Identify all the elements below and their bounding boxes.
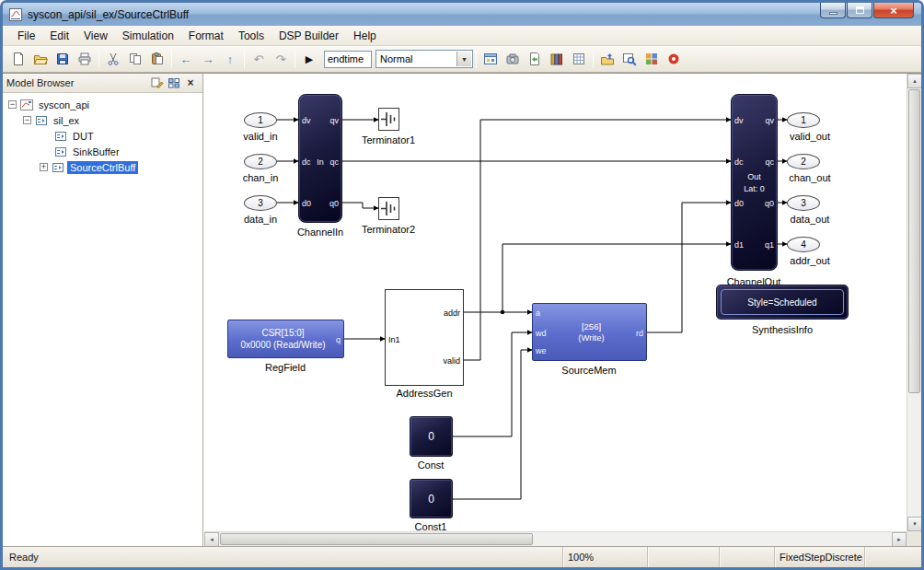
library-browser-button[interactable] — [641, 49, 663, 69]
block-const[interactable]: 0 — [410, 416, 453, 457]
up-to-parent-button[interactable]: ↑ — [219, 49, 241, 69]
const-value: 0 — [428, 493, 434, 506]
block-synthesisinfo[interactable]: Style=Scheduled — [716, 285, 849, 320]
model-browser-close-button[interactable]: × — [182, 76, 199, 91]
sourcemem-line1: [256] — [542, 321, 641, 332]
menu-file[interactable]: File — [10, 27, 42, 45]
latency-text: Lat: 0 — [744, 184, 765, 193]
back-button[interactable]: ← — [175, 49, 197, 69]
browser-block-view-button[interactable] — [166, 76, 182, 91]
snapshot-button[interactable] — [502, 49, 524, 69]
menu-view[interactable]: View — [76, 27, 115, 45]
start-simulation-button[interactable]: ▶ — [298, 49, 320, 69]
port-label-valid: valid — [443, 356, 460, 366]
browser-edit-view-button[interactable] — [149, 76, 166, 91]
scroll-right-button[interactable]: ► — [892, 532, 907, 547]
redo-button[interactable]: ↷ — [270, 49, 292, 69]
inport-1[interactable]: 1 — [244, 112, 277, 128]
build-target-button[interactable] — [568, 49, 590, 69]
update-diagram-button[interactable] — [524, 49, 546, 69]
horizontal-scrollbar[interactable]: ◄ ► — [204, 531, 907, 546]
tree-item-sinkbuffer[interactable]: SinkBuffer — [3, 144, 202, 159]
block-label: Terminator1 — [362, 134, 415, 145]
outport-2[interactable]: 2 — [787, 154, 820, 169]
outport-3[interactable]: 3 — [787, 195, 820, 211]
signal-wire[interactable] — [502, 244, 731, 312]
status-bar: Ready 100% FixedStepDiscrete — [3, 546, 921, 567]
find-in-model-button[interactable] — [618, 49, 641, 69]
cut-button[interactable] — [102, 49, 124, 69]
minimize-button[interactable] — [820, 3, 846, 18]
copy-button[interactable] — [124, 49, 146, 69]
title-bar[interactable]: syscon_api/sil_ex/SourceCtrlBuff × — [3, 3, 921, 26]
subsystem-icon — [52, 162, 64, 173]
magnifier-icon — [622, 52, 637, 66]
new-model-button[interactable] — [7, 49, 29, 69]
diagram-canvas[interactable]: 1 valid_in 2 chan_in 3 data_in dv qv dc … — [204, 74, 907, 531]
tree-item-label: sil_ex — [51, 114, 82, 127]
menu-tools[interactable]: Tools — [231, 27, 271, 45]
parent-system-button[interactable] — [596, 49, 618, 69]
scroll-up-button[interactable]: ▲ — [907, 74, 922, 88]
scroll-down-button[interactable]: ▼ — [907, 517, 922, 531]
debug-button[interactable] — [663, 49, 685, 69]
block-addressgen[interactable]: In1 addr valid — [385, 289, 464, 386]
paste-button[interactable] — [146, 49, 168, 69]
status-segment — [647, 547, 719, 567]
menu-edit[interactable]: Edit — [42, 27, 76, 45]
expand-icon[interactable]: + — [40, 163, 48, 171]
block-label: data_out — [791, 214, 830, 225]
scroll-left-button[interactable]: ◄ — [204, 532, 219, 547]
undo-button[interactable]: ↶ — [248, 49, 270, 69]
close-icon: × — [890, 5, 897, 17]
model-explorer-button[interactable] — [479, 49, 502, 69]
block-label: valid_out — [790, 131, 830, 142]
outport-1[interactable]: 1 — [787, 112, 820, 128]
block-const1[interactable]: 0 — [410, 479, 453, 518]
menu-format[interactable]: Format — [181, 27, 231, 45]
block-channelout[interactable]: dv qv dc qc Out Lat: 0 d0 q0 d1 q1 — [731, 94, 778, 271]
block-terminator2[interactable] — [378, 197, 399, 220]
block-channelin[interactable]: dv qv dc In qc d0 q0 — [298, 94, 342, 223]
inport-3[interactable]: 3 — [244, 195, 277, 211]
menu-simulation[interactable]: Simulation — [115, 27, 181, 45]
inport-2[interactable]: 2 — [244, 154, 277, 169]
save-model-button[interactable] — [52, 49, 74, 69]
vertical-scroll-thumb[interactable] — [908, 89, 920, 393]
tree-item-sil-ex[interactable]: − sil_ex — [3, 112, 202, 128]
tree-item-dut[interactable]: DUT — [3, 128, 202, 144]
outport-4[interactable]: 4 — [787, 237, 820, 252]
port-label-a: a — [536, 308, 540, 318]
model-tree: − syscon_api − sil_ex DUT SinkBuffer — [3, 93, 202, 175]
print-button[interactable] — [74, 49, 96, 69]
signal-wire[interactable] — [453, 350, 532, 499]
regfield-line2: 0x0000 (Read/Write) — [232, 339, 334, 351]
open-model-button[interactable] — [29, 49, 52, 69]
library-button[interactable] — [546, 49, 568, 69]
menu-help[interactable]: Help — [346, 27, 384, 45]
port-label-d0: d0 — [734, 199, 744, 208]
signal-wire[interactable] — [342, 203, 378, 208]
menu-dsp-builder[interactable]: DSP Builder — [271, 27, 346, 45]
simulation-mode-dropdown[interactable]: Normal ▼ — [375, 50, 473, 68]
scroll-down-icon: ▼ — [912, 521, 918, 527]
collapse-icon[interactable]: − — [8, 100, 17, 109]
stop-time-input[interactable] — [324, 51, 372, 68]
toolbar-separator — [244, 50, 245, 68]
tree-item-sourcectrlbuff[interactable]: + SourceCtrlBuff — [3, 159, 202, 175]
close-button[interactable]: × — [873, 3, 914, 18]
vertical-scrollbar[interactable]: ▲ ▼ — [907, 74, 921, 531]
block-terminator1[interactable] — [378, 108, 399, 131]
collapse-icon[interactable]: − — [23, 116, 31, 124]
synthesis-style-text: Style=Scheduled — [721, 289, 844, 315]
tree-item-syscon-api[interactable]: − syscon_api — [3, 97, 202, 112]
signal-wire[interactable] — [453, 332, 532, 436]
maximize-button[interactable] — [847, 3, 872, 18]
port-label-qv: qv — [329, 116, 339, 125]
block-regfield[interactable]: CSR[15:0] 0x0000 (Read/Write) q — [227, 320, 344, 358]
open-folder-icon — [33, 52, 48, 66]
horizontal-scroll-thumb[interactable] — [220, 533, 533, 545]
window-title: syscon_api/sil_ex/SourceCtrlBuff — [28, 8, 189, 21]
forward-button[interactable]: → — [197, 49, 219, 69]
block-sourcemem[interactable]: a wd we rd [256] (Write) — [532, 303, 647, 361]
